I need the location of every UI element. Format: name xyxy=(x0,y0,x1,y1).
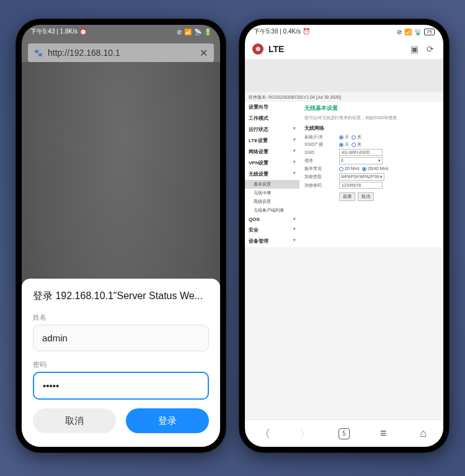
bw-20[interactable]: 20 MHz xyxy=(339,166,360,171)
chevron-down-icon: ▾ xyxy=(293,227,296,233)
url-text: http://192.168.10.1 xyxy=(48,48,195,58)
sidebar-item-device[interactable]: 设备管理▾ xyxy=(245,236,299,247)
sidebar-item-wireless[interactable]: 无线设置▾ xyxy=(245,169,299,180)
title-bar: ⊕ LTE ▣ ⟳ xyxy=(245,38,443,60)
phone-left: 下午5:43 | 1.8K/s ⏰ ⊘ 📶 📡 🔋 🐾 http://192.1… xyxy=(16,19,226,453)
username-label: 姓名 xyxy=(33,313,209,322)
signal-icon: 📶 xyxy=(404,29,412,35)
status-icons: ⊘ 📶 📡 75 xyxy=(397,29,435,35)
sidebar-item-vpn[interactable]: VPN设置▾ xyxy=(245,158,299,169)
tabs-button[interactable]: 5 xyxy=(339,428,350,439)
row-broadcast: SSID广播 开 关 xyxy=(304,141,438,148)
dialog-title: 登录 192.168.10.1"Server Status We... xyxy=(33,290,209,303)
status-bar: 下午5:43 | 1.8K/s ⏰ ⊘ 📶 📡 🔋 xyxy=(22,25,220,38)
row-radio: 射频开/关 开 关 xyxy=(304,134,438,140)
phone-right: 下午5:38 | 0.4K/s ⏰ ⊘ 📶 📡 75 ⊕ LTE ▣ ⟳ 软件版… xyxy=(239,19,450,453)
radio-on[interactable]: 开 xyxy=(339,134,349,140)
sidebar: 设置向导 工作模式 运行状态▾ LTE设置▾ 网络设置▾ VPN设置▾ 无线设置… xyxy=(245,102,299,247)
status-time: 下午5:43 | 1.8K/s ⏰ xyxy=(30,27,87,36)
status-bar: 下午5:38 | 0.4K/s ⏰ ⊘ 📶 📡 75 xyxy=(245,25,443,38)
wifi-icon: 📡 xyxy=(414,29,422,35)
chevron-down-icon: ▾ xyxy=(293,171,296,177)
ssid-input[interactable]: 4G-WIFI-692D xyxy=(339,149,383,156)
password-label: 密码 xyxy=(33,360,209,369)
bookmark-icon[interactable]: ▣ xyxy=(409,44,420,54)
login-button[interactable]: 登录 xyxy=(126,408,209,433)
radio-off[interactable]: 关 xyxy=(352,134,361,140)
battery-icon: 75 xyxy=(424,29,435,35)
home-icon[interactable]: ⌂ xyxy=(417,428,430,440)
broadcast-on[interactable]: 开 xyxy=(339,141,349,148)
page-title: LTE xyxy=(268,44,404,54)
apply-button[interactable]: 应用 xyxy=(339,192,355,201)
sidebar-sub-advanced[interactable]: 高级设置 xyxy=(245,197,299,206)
sidebar-sub-basic[interactable]: 基本设置 xyxy=(245,180,299,189)
sidebar-item-network[interactable]: 网络设置▾ xyxy=(245,146,299,158)
router-admin-page: 软件版本: RG10228308720LV1.04 [Jul 30 2020] … xyxy=(245,60,443,420)
cancel-button[interactable]: 取消 xyxy=(33,408,116,433)
row-channel: 信道 6▾ xyxy=(304,157,438,164)
back-icon[interactable]: 〈 xyxy=(259,428,271,440)
status-time: 下午5:38 | 0.4K/s ⏰ xyxy=(254,27,310,36)
form-buttons: 应用 取消 xyxy=(304,192,438,201)
chevron-down-icon: ▾ xyxy=(293,159,296,166)
screen-right: 下午5:38 | 0.4K/s ⏰ ⊘ 📶 📡 75 ⊕ LTE ▣ ⟳ 软件版… xyxy=(245,25,443,447)
chevron-down-icon: ▾ xyxy=(293,148,296,155)
username-input[interactable]: admin xyxy=(33,325,209,351)
wifi-icon: 📡 xyxy=(194,29,202,35)
clear-icon[interactable]: ✕ xyxy=(200,47,208,59)
nosim-icon: ⊘ xyxy=(177,29,182,35)
chevron-down-icon: ▾ xyxy=(293,137,296,144)
url-bar[interactable]: 🐾 http://192.168.10.1 ✕ xyxy=(28,43,214,62)
channel-select[interactable]: 6▾ xyxy=(339,157,383,164)
cancel-button[interactable]: 取消 xyxy=(358,192,374,201)
refresh-icon[interactable]: ⟳ xyxy=(425,44,436,54)
section-head: 无线网络 xyxy=(304,125,438,132)
broadcast-off[interactable]: 关 xyxy=(352,141,361,148)
content-panel: 无线基本设置 您可以对无线进行简单的设置，例如SSID和信道。 无线网络 射频开… xyxy=(299,102,443,247)
sidebar-item-wizard[interactable]: 设置向导 xyxy=(245,102,299,113)
row-ssid: SSID 4G-WIFI-692D xyxy=(304,149,438,156)
sidebar-sub-repeater[interactable]: 无线中继 xyxy=(245,189,299,197)
firmware-line: 软件版本: RG10228308720LV1.04 [Jul 30 2020] xyxy=(245,93,443,102)
bw-2040[interactable]: 20/40 MHz xyxy=(362,166,389,171)
site-icon: ⊕ xyxy=(252,43,264,55)
banner xyxy=(245,60,443,92)
wifi-password-input[interactable]: 12345678 xyxy=(339,182,383,189)
sidebar-item-qos[interactable]: QOS▾ xyxy=(245,215,299,225)
sidebar-item-lte[interactable]: LTE设置▾ xyxy=(245,135,299,146)
content-title: 无线基本设置 xyxy=(304,104,438,112)
nosim-icon: ⊘ xyxy=(397,29,402,35)
forward-icon[interactable]: 〉 xyxy=(299,428,311,440)
encryption-select[interactable]: WPAPSKWPA2PSK▾ xyxy=(339,173,384,181)
sidebar-sub-clients[interactable]: 无线客户端列表 xyxy=(245,206,299,215)
battery-icon: 🔋 xyxy=(204,29,211,35)
password-input[interactable]: ••••• xyxy=(33,372,209,400)
sidebar-item-security[interactable]: 安全▾ xyxy=(245,225,299,236)
content-subtitle: 您可以对无线进行简单的设置，例如SSID和信道。 xyxy=(304,115,438,121)
screen-left: 下午5:43 | 1.8K/s ⏰ ⊘ 📶 📡 🔋 🐾 http://192.1… xyxy=(22,25,220,447)
menu-icon[interactable]: ≡ xyxy=(377,428,389,440)
row-password: 加密密码 12345678 xyxy=(304,182,438,189)
signal-icon: 📶 xyxy=(184,29,192,35)
row-encryption: 加密类型 WPAPSKWPA2PSK▾ xyxy=(304,173,438,181)
login-dialog: 登录 192.168.10.1"Server Status We... 姓名 a… xyxy=(22,279,220,447)
globe-icon: 🐾 xyxy=(34,48,43,57)
sidebar-item-mode[interactable]: 工作模式 xyxy=(245,113,299,124)
dialog-buttons: 取消 登录 xyxy=(33,408,209,433)
sidebar-item-status[interactable]: 运行状态▾ xyxy=(245,124,299,135)
status-icons: ⊘ 📶 📡 🔋 xyxy=(177,29,211,35)
chevron-down-icon: ▾ xyxy=(293,126,296,133)
row-bandwidth: 频率带宽 20 MHz 20/40 MHz xyxy=(304,166,438,172)
browser-navbar: 〈 〉 5 ≡ ⌂ xyxy=(245,420,443,447)
chevron-down-icon: ▾ xyxy=(293,238,296,245)
chevron-down-icon: ▾ xyxy=(293,217,296,222)
